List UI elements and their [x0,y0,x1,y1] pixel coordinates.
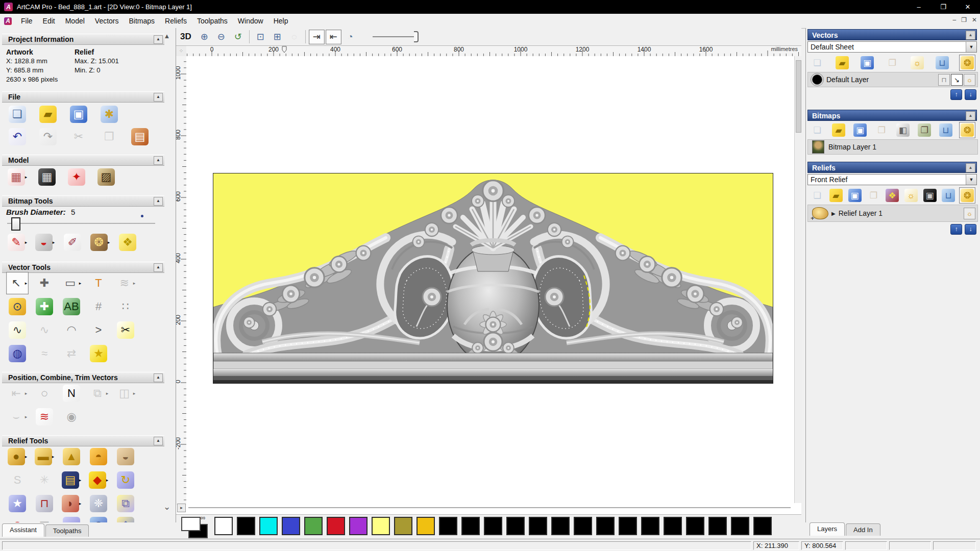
all-reliefs-on-icon[interactable]: ❂ [959,187,975,204]
all-layers-on-icon[interactable]: ❂ [959,55,975,71]
weld-vectors-flyout-icon[interactable]: ▸ [133,391,136,396]
block-paste-icon[interactable]: ∷ [114,295,137,318]
star-tool-icon[interactable]: ★ [87,342,110,365]
toggle-relief-visibility-icon[interactable]: ☼ [903,187,919,204]
wireframe-basket-icon[interactable]: ▦ [33,514,56,522]
vector-layer-row[interactable]: Default Layer ⊓↘☼ [807,72,978,87]
menu-help[interactable]: Help [268,15,293,27]
expand-relief-layer-icon[interactable]: ▶ [831,211,836,216]
menu-edit[interactable]: Edit [38,15,60,27]
link-colours-icon[interactable]: ∞ [201,514,205,521]
horizontal-scrollbar[interactable]: ▸ [176,503,794,512]
palette-swatch-24[interactable] [753,517,772,535]
palette-swatch-23[interactable] [731,517,749,535]
stack-reliefs-icon[interactable]: ❖ [884,187,900,204]
toggle-layer-visibility-icon[interactable]: ☼ [909,55,925,71]
model-preferences-icon[interactable]: ✱ [98,103,120,126]
palette-swatch-3[interactable] [282,517,300,535]
maximize-button[interactable]: ❐ [931,0,955,14]
menu-model[interactable]: Model [60,15,90,27]
layer-lock-icon[interactable]: ⊓ [938,74,950,86]
collapse-bitmap-tools-icon[interactable]: ▲ [154,197,163,206]
tab-assistant[interactable]: Assistant [2,523,44,537]
fade-relief-icon[interactable]: ◗▸ [60,492,83,515]
move-relief-up-icon[interactable]: ↑ [950,224,962,235]
zoom-box-icon[interactable]: ⊡ [253,30,268,44]
save-bitmap-layer-icon[interactable]: ▣ [852,122,868,138]
horizontal-scroll-track[interactable] [188,507,791,508]
minimize-button[interactable]: – [906,0,931,14]
open-model-icon[interactable]: ▰ [37,103,59,126]
angled-plane-icon[interactable]: ❖ [114,514,137,522]
texture-sphere-icon[interactable]: ◍ [87,514,110,522]
palette-swatch-8[interactable] [394,517,412,535]
distort-mesh-icon[interactable]: # [87,295,110,318]
open-vector-layer-icon[interactable]: ▰ [834,55,850,71]
layer-snap-icon[interactable]: ↘ [951,74,963,86]
toggle-vector-visibility-icon[interactable]: ⇤ [326,30,341,44]
colour-picker-icon[interactable]: ✐ [61,231,84,254]
relief-clipart-book-icon[interactable]: ▤▸ [60,469,83,491]
offset-relief-icon[interactable]: ⧉ [114,492,137,515]
create-shape-star-icon[interactable]: ★ [6,492,29,515]
merge-low-icon[interactable]: ◒ [114,445,137,468]
menu-reliefs[interactable]: Reliefs [160,15,192,27]
texture-flood-icon[interactable]: ❖ [116,231,139,254]
select-vectors-icon[interactable]: ↖▸ [6,272,29,294]
primary-secondary-colours[interactable]: ∞ [181,517,217,537]
mdi-minimize-icon[interactable]: – [952,16,956,23]
palette-swatch-12[interactable] [484,517,502,535]
collapse-file-icon[interactable]: ▲ [154,93,163,102]
text-block-icon[interactable]: AB [60,295,83,318]
group-vectors-flyout-icon[interactable]: ▸ [106,391,109,396]
palette-swatch-18[interactable] [619,517,637,535]
colour-palette-flyout-icon[interactable]: ▸ [108,240,110,245]
create-text-icon[interactable]: T [87,272,110,294]
nesting-icon[interactable]: N [60,382,83,405]
paint-flyout-icon[interactable]: ▸ [25,240,28,245]
redo-icon[interactable]: ↷ [37,126,59,148]
sculpt-relief-icon[interactable]: ❈ [87,492,110,515]
greyscale-icon[interactable]: ◧ [895,122,911,138]
tab-add-in[interactable]: Add In [846,523,880,536]
flood-fill-flyout-icon[interactable]: ▸ [53,240,55,245]
palette-swatch-19[interactable] [641,517,659,535]
undo-icon[interactable]: ↶ [6,126,29,148]
palette-swatch-20[interactable] [664,517,682,535]
toggle-bitmap-visibility-icon[interactable]: ⇥ [309,30,325,44]
palette-swatch-11[interactable] [461,517,480,535]
palette-swatch-5[interactable] [327,517,345,535]
delete-bitmap-layer-icon[interactable]: ⊔ [938,122,954,138]
palette-swatch-15[interactable] [551,517,570,535]
zoom-fit-icon[interactable]: ⊞ [270,30,285,44]
set-model-size-icon[interactable]: ▦▸ [6,166,29,188]
preview-relief-icon[interactable]: ◔ [342,30,358,44]
collapse-position-tools-icon[interactable]: ▲ [154,373,163,382]
menu-bitmaps[interactable]: Bitmaps [124,15,160,27]
save-vector-layer-icon[interactable]: ▣ [859,55,875,71]
move-relief-down-icon[interactable]: ↓ [965,224,976,235]
select-vectors-flyout-icon[interactable]: ▸ [25,281,28,286]
vertical-scroll-thumb[interactable] [796,60,801,133]
text-on-curve-icon[interactable]: ◌ [33,382,56,405]
texture-from-image-icon[interactable]: ▨ [95,166,117,188]
adjust-model-icon[interactable]: ▦ [36,166,58,188]
tab-layers[interactable]: Layers [810,522,845,536]
palette-swatch-9[interactable] [416,517,435,535]
delete-vector-layer-icon[interactable]: ⊔ [934,55,950,71]
zoom-out-icon[interactable]: ⊖ [213,30,229,44]
vertical-scrollbar[interactable] [794,56,802,503]
create-relief-block-icon[interactable]: ▬▸ [33,445,56,468]
envelope-distort-flyout-icon[interactable]: ▸ [133,281,136,286]
switch-3d-view-button[interactable]: 3D [180,32,191,42]
chevron-down-icon[interactable]: ▼ [966,42,976,52]
new-model-icon[interactable]: ❏ [6,103,29,126]
layer-visibility-icon[interactable]: ☼ [964,74,975,86]
collapse-bitmaps-panel-icon[interactable]: ▲ [966,111,975,120]
open-relief-layer-icon[interactable]: ▰ [828,187,844,204]
trim-vectors-flyout-icon[interactable]: ▸ [25,414,28,419]
flood-fill-icon[interactable]: ◒▸ [34,231,56,254]
align-vectors-flyout-icon[interactable]: ▸ [25,391,28,396]
palette-swatch-14[interactable] [529,517,547,535]
create-polyline-icon[interactable]: ∿ [6,319,29,341]
